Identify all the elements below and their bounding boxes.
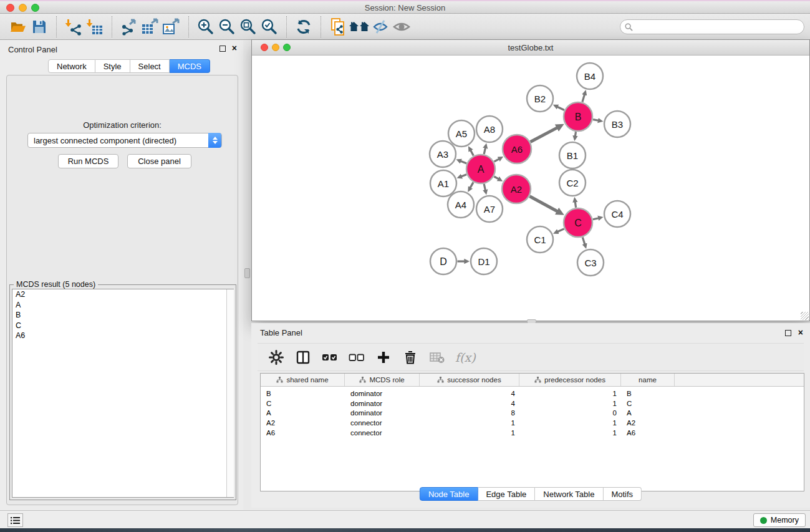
task-history-button[interactable] bbox=[7, 513, 23, 527]
float-table-panel-icon[interactable] bbox=[785, 330, 791, 336]
home-icon[interactable] bbox=[349, 16, 370, 37]
graph-node-D[interactable]: D bbox=[430, 248, 456, 274]
graph-edge-B-B2[interactable] bbox=[557, 107, 564, 110]
mcds-result-item[interactable]: A6 bbox=[12, 331, 233, 341]
graph-edge-A-A5[interactable] bbox=[471, 150, 474, 155]
table-row[interactable]: Bdominator41B bbox=[261, 389, 804, 399]
resize-grip-icon[interactable] bbox=[801, 312, 809, 320]
table-row[interactable]: Cdominator41C bbox=[261, 399, 804, 409]
clear-selection-icon[interactable] bbox=[348, 349, 365, 366]
vertical-splitter-handle[interactable] bbox=[244, 268, 250, 278]
mcds-result-item[interactable]: A bbox=[12, 300, 233, 311]
column-header-MCDS-role[interactable]: MCDS role bbox=[345, 374, 420, 386]
graph-edge-B-B4[interactable] bbox=[582, 95, 585, 102]
tab-node-table[interactable]: Node Table bbox=[420, 487, 478, 501]
open-file-icon[interactable] bbox=[7, 16, 29, 37]
search-field[interactable] bbox=[620, 19, 804, 34]
graph-node-A4[interactable]: A4 bbox=[448, 191, 474, 218]
graph-edge-A-A7[interactable] bbox=[484, 184, 485, 190]
criterion-dropdown[interactable]: largest connected component (directed) bbox=[27, 133, 222, 148]
graph-edge-B-B3[interactable] bbox=[593, 120, 599, 121]
import-network-icon[interactable] bbox=[63, 16, 84, 37]
graph-edge-C-C3[interactable] bbox=[582, 237, 585, 244]
show-columns-icon[interactable] bbox=[294, 349, 312, 366]
graph-edge-A-A6[interactable] bbox=[494, 159, 499, 162]
mcds-result-item[interactable]: A2 bbox=[12, 289, 233, 300]
delete-column-icon[interactable] bbox=[402, 349, 419, 366]
tab-mcds[interactable]: MCDS bbox=[170, 59, 210, 73]
tab-edge-table[interactable]: Edge Table bbox=[478, 487, 535, 501]
column-header-name[interactable]: name bbox=[621, 374, 675, 386]
zoom-selected-icon[interactable] bbox=[259, 16, 280, 37]
show-graphics-details-icon[interactable] bbox=[391, 16, 412, 37]
graph-node-A6[interactable]: A6 bbox=[503, 135, 531, 163]
graph-edge-A-A1[interactable] bbox=[461, 175, 466, 177]
tab-network-table[interactable]: Network Table bbox=[535, 487, 603, 501]
graph-node-A3[interactable]: A3 bbox=[430, 141, 456, 167]
apply-layout-icon[interactable] bbox=[293, 16, 314, 37]
table-row[interactable]: A6connector11A6 bbox=[261, 428, 804, 438]
table-settings-gear-icon[interactable] bbox=[268, 349, 285, 366]
mcds-result-scrollbar[interactable] bbox=[226, 289, 234, 497]
close-panel-icon[interactable]: × bbox=[232, 43, 237, 53]
network-canvas[interactable]: B4B2BB3A8A5A6A3B1AA1C2A2A4A7C4CC1DD1C3 bbox=[253, 56, 809, 321]
column-header-successor-nodes[interactable]: successor nodes bbox=[420, 374, 519, 386]
add-column-icon[interactable] bbox=[375, 349, 392, 366]
export-table-icon[interactable] bbox=[140, 16, 161, 37]
graph-node-A7[interactable]: A7 bbox=[476, 196, 503, 222]
graph-edge-C-C2[interactable] bbox=[575, 202, 576, 208]
graph-node-B2[interactable]: B2 bbox=[527, 85, 553, 112]
graph-node-C3[interactable]: C3 bbox=[577, 249, 604, 276]
graph-edge-A-A8[interactable] bbox=[484, 148, 485, 154]
graph-node-A1[interactable]: A1 bbox=[430, 170, 456, 196]
delete-table-icon[interactable] bbox=[428, 349, 446, 366]
table-row[interactable]: Adominator80A bbox=[261, 409, 804, 418]
zoom-fit-icon[interactable] bbox=[238, 16, 259, 37]
hide-graphics-details-icon[interactable] bbox=[370, 16, 391, 37]
tab-select[interactable]: Select bbox=[130, 59, 170, 73]
graph-edge-A2-C[interactable] bbox=[530, 196, 558, 211]
graph-node-C2[interactable]: C2 bbox=[559, 170, 586, 196]
import-table-icon[interactable] bbox=[84, 16, 105, 37]
graph-edge-A-A2[interactable] bbox=[494, 177, 498, 179]
graph-node-C1[interactable]: C1 bbox=[527, 226, 553, 253]
graph-node-C4[interactable]: C4 bbox=[604, 201, 630, 227]
search-input[interactable] bbox=[635, 21, 804, 32]
graph-edge-A6-B[interactable] bbox=[531, 128, 557, 142]
graph-edge-A-A3[interactable] bbox=[461, 161, 467, 163]
table-row[interactable]: A2connector11A2 bbox=[261, 418, 804, 428]
tab-style[interactable]: Style bbox=[95, 59, 130, 73]
select-all-icon[interactable] bbox=[321, 349, 339, 366]
graph-node-C[interactable]: C bbox=[564, 208, 592, 237]
zoom-in-icon[interactable] bbox=[195, 16, 216, 37]
column-header-shared-name[interactable]: shared name bbox=[261, 374, 345, 386]
network-file-icon[interactable] bbox=[327, 16, 349, 37]
graph-edge-C-C4[interactable] bbox=[593, 218, 599, 220]
graph-node-B4[interactable]: B4 bbox=[577, 63, 603, 89]
column-header-predecessor-nodes[interactable]: predecessor nodes bbox=[519, 374, 621, 386]
graph-node-B1[interactable]: B1 bbox=[559, 142, 586, 168]
save-icon[interactable] bbox=[29, 16, 50, 37]
graph-node-A2[interactable]: A2 bbox=[502, 175, 531, 203]
float-panel-icon[interactable] bbox=[219, 46, 226, 52]
graph-edge-A-A4[interactable] bbox=[470, 182, 473, 188]
graph-node-B3[interactable]: B3 bbox=[604, 111, 630, 137]
mcds-result-item[interactable]: B bbox=[12, 310, 233, 321]
function-builder-icon[interactable]: f(x) bbox=[455, 351, 476, 364]
graph-node-B[interactable]: B bbox=[564, 102, 592, 131]
graph-node-A[interactable]: A bbox=[466, 155, 495, 183]
tab-motifs[interactable]: Motifs bbox=[603, 487, 642, 501]
graph-node-A5[interactable]: A5 bbox=[448, 120, 475, 147]
graph-node-D1[interactable]: D1 bbox=[471, 248, 497, 274]
export-image-icon[interactable] bbox=[161, 16, 182, 37]
export-network-icon[interactable] bbox=[118, 16, 140, 37]
mcds-result-item[interactable]: C bbox=[12, 321, 233, 331]
zoom-out-icon[interactable] bbox=[216, 16, 238, 37]
close-table-panel-icon[interactable]: × bbox=[798, 327, 803, 337]
graph-edge-B-B1[interactable] bbox=[575, 132, 576, 136]
memory-button[interactable]: Memory bbox=[753, 513, 806, 527]
graph-node-A8[interactable]: A8 bbox=[476, 116, 503, 142]
tab-network[interactable]: Network bbox=[48, 59, 95, 73]
close-panel-button[interactable]: Close panel bbox=[127, 154, 191, 168]
run-mcds-button[interactable]: Run MCDS bbox=[58, 154, 118, 168]
